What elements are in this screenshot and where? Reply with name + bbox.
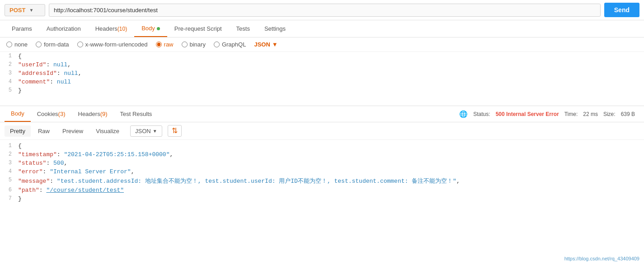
method-select[interactable]: POST ▼ — [5, 4, 45, 16]
resp-subtab-raw[interactable]: Raw — [33, 125, 55, 137]
table-row: 3 "status": 500, — [0, 159, 644, 167]
resp-format-dropdown[interactable]: JSON ▼ — [130, 125, 162, 137]
json-dropdown-chevron-icon: ▼ — [272, 41, 278, 48]
table-row: 3 "addressId": null, — [0, 69, 644, 78]
method-label: POST — [9, 7, 25, 14]
line-content: "timestamp": "2021-04-22T05:25:15.158+00… — [18, 151, 644, 158]
tab-prerequest[interactable]: Pre-request Script — [167, 21, 229, 37]
line-number: 4 — [0, 78, 18, 85]
line-content: "message": "test.student.addressId: 地址集合… — [18, 176, 644, 185]
body-type-formdata[interactable]: form-data — [36, 41, 69, 48]
line-content: } — [18, 195, 644, 203]
resp-subtab-preview[interactable]: Preview — [57, 125, 89, 137]
line-content: } — [18, 87, 644, 94]
globe-icon: 🌐 — [459, 110, 468, 118]
table-row: 5} — [0, 86, 644, 95]
time-label: Time: — [564, 111, 578, 117]
headers-badge: (10) — [118, 26, 127, 32]
line-content: "status": 500, — [18, 159, 644, 167]
table-row: 5 "message": "test.student.addressId: 地址… — [0, 176, 644, 186]
line-content: "path": "/course/student/test" — [18, 186, 644, 194]
line-number: 7 — [0, 195, 18, 202]
line-content: { — [18, 52, 644, 60]
line-number: 4 — [0, 168, 18, 175]
resp-tab-testresults[interactable]: Test Results — [114, 107, 159, 121]
line-content: "error": "Internal Server Error", — [18, 168, 644, 176]
table-row: 6 "path": "/course/student/test" — [0, 186, 644, 195]
table-row: 1{ — [0, 142, 644, 150]
url-input[interactable] — [49, 4, 601, 17]
response-sub-tabs: Pretty Raw Preview Visualize JSON ▼ ⇅ — [0, 122, 644, 140]
body-type-graphql[interactable]: GraphQL — [214, 41, 246, 48]
send-button[interactable]: Send — [604, 3, 639, 17]
line-number: 2 — [0, 151, 18, 157]
line-number: 3 — [0, 69, 18, 76]
request-body-editor[interactable]: 1{2 "userId": null,3 "addressId": null,4… — [0, 52, 644, 106]
table-row: 4 "comment": null — [0, 78, 644, 86]
request-tabs: Params Authorization Headers(10) Body Pr… — [0, 20, 644, 37]
size-label: Size: — [603, 111, 616, 117]
tab-headers[interactable]: Headers(10) — [88, 21, 134, 37]
table-row: 1{ — [0, 52, 644, 60]
line-number: 5 — [0, 176, 18, 183]
tab-tests[interactable]: Tests — [229, 21, 257, 37]
table-row: 7} — [0, 195, 644, 203]
body-dot-icon — [157, 27, 160, 30]
line-number: 5 — [0, 87, 18, 93]
top-bar: POST ▼ Send — [0, 0, 644, 20]
body-type-none[interactable]: none — [6, 41, 28, 48]
resp-subtab-pretty[interactable]: Pretty — [5, 125, 31, 137]
line-content: "addressId": null, — [18, 69, 644, 77]
tab-settings[interactable]: Settings — [257, 21, 293, 37]
resp-format-label: JSON — [135, 128, 151, 134]
resp-subtab-visualize[interactable]: Visualize — [90, 125, 125, 137]
body-type-urlencoded[interactable]: x-www-form-urlencoded — [77, 41, 148, 48]
cookies-badge: (3) — [58, 111, 66, 117]
response-tabs-bar: Body Cookies(3) Headers(9) Test Results … — [0, 106, 644, 122]
table-row: 2 "timestamp": "2021-04-22T05:25:15.158+… — [0, 150, 644, 159]
resp-tab-headers[interactable]: Headers(9) — [72, 107, 114, 121]
body-type-row: none form-data x-www-form-urlencoded raw… — [0, 37, 644, 52]
body-type-binary[interactable]: binary — [182, 41, 206, 48]
resp-format-chevron-icon: ▼ — [153, 129, 157, 134]
size-value: 639 B — [621, 111, 635, 117]
line-number: 6 — [0, 186, 18, 193]
response-body-editor: 1{2 "timestamp": "2021-04-22T05:25:15.15… — [0, 140, 644, 212]
resp-tab-body[interactable]: Body — [5, 106, 31, 122]
resp-headers-badge: (9) — [100, 111, 108, 117]
status-label: Status: — [473, 111, 490, 117]
line-number: 3 — [0, 159, 18, 166]
json-format-dropdown[interactable]: JSON ▼ — [254, 41, 277, 48]
tab-params[interactable]: Params — [5, 21, 39, 37]
tab-body[interactable]: Body — [134, 20, 167, 37]
line-number: 1 — [0, 142, 18, 149]
method-chevron-icon: ▼ — [29, 8, 33, 13]
wrap-icon[interactable]: ⇅ — [168, 125, 182, 137]
time-value: 22 ms — [583, 111, 598, 117]
status-value: 500 Internal Server Error — [496, 111, 559, 117]
resp-tab-cookies[interactable]: Cookies(3) — [31, 107, 72, 121]
table-row: 4 "error": "Internal Server Error", — [0, 167, 644, 176]
response-status-bar: 🌐 Status: 500 Internal Server Error Time… — [459, 110, 639, 118]
line-number: 1 — [0, 52, 18, 59]
table-row: 2 "userId": null, — [0, 60, 644, 69]
line-content: "userId": null, — [18, 61, 644, 69]
line-number: 2 — [0, 61, 18, 68]
line-content: "comment": null — [18, 78, 644, 86]
body-type-raw[interactable]: raw — [156, 41, 174, 48]
tab-authorization[interactable]: Authorization — [39, 21, 88, 37]
line-content: { — [18, 142, 644, 150]
